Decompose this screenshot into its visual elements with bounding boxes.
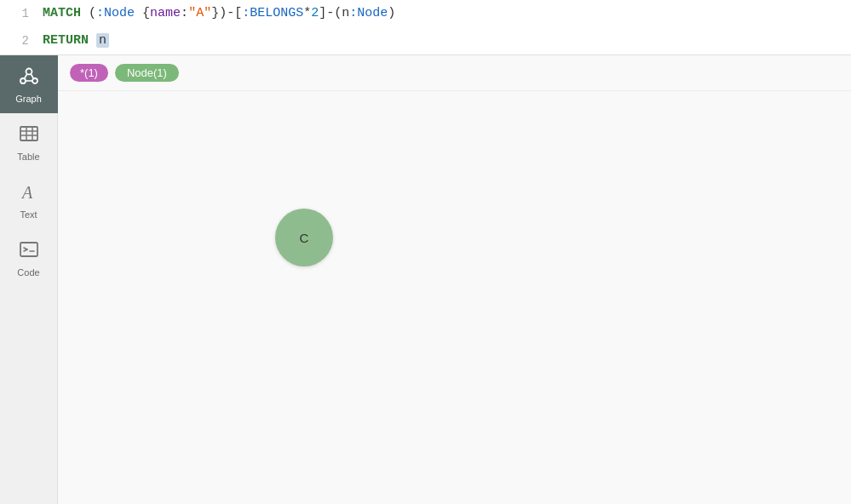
graph-canvas: C — [58, 98, 851, 504]
sidebar-item-code[interactable]: Code — [0, 229, 58, 287]
sidebar-item-text[interactable]: A Text — [0, 171, 58, 229]
code-icon — [18, 238, 40, 264]
svg-point-1 — [20, 78, 26, 83]
svg-point-2 — [32, 78, 37, 83]
sidebar-item-graph[interactable]: Graph — [0, 55, 58, 113]
svg-line-3 — [24, 74, 27, 79]
node-label: C — [300, 231, 309, 245]
line-number-1: 1 — [0, 4, 43, 23]
code-line-1: 1 MATCH (:Node {name:"A"})-[:BELONGS*2]-… — [0, 0, 851, 27]
code-line-2: 2 RETURN n — [0, 27, 851, 54]
content-area: *(1) Node(1) C — [58, 55, 851, 504]
svg-line-14 — [24, 249, 27, 251]
sidebar: Graph Table A Text — [0, 55, 58, 504]
svg-text:A: A — [20, 183, 33, 202]
sidebar-item-text-label: Text — [20, 209, 37, 220]
sidebar-item-graph-label: Graph — [15, 94, 42, 104]
graph-icon — [18, 65, 40, 90]
code-content-1: MATCH (:Node {name:"A"})-[:BELONGS*2]-(n… — [43, 3, 395, 24]
code-editor[interactable]: 1 MATCH (:Node {name:"A"})-[:BELONGS*2]-… — [0, 0, 851, 55]
svg-line-4 — [31, 74, 34, 79]
text-icon: A — [18, 180, 40, 206]
svg-rect-12 — [20, 243, 37, 256]
graph-node-c[interactable]: C — [275, 209, 333, 266]
sidebar-item-table-label: Table — [17, 152, 39, 162]
table-icon — [18, 123, 40, 148]
code-content-2: RETURN n — [43, 31, 109, 51]
main-area: Graph Table A Text — [0, 55, 851, 504]
svg-rect-6 — [20, 127, 37, 140]
sidebar-item-code-label: Code — [17, 267, 39, 278]
node-badge[interactable]: Node(1) — [115, 64, 179, 82]
filter-bar: *(1) Node(1) — [58, 55, 851, 91]
star-badge[interactable]: *(1) — [70, 64, 108, 82]
line-number-2: 2 — [0, 32, 43, 50]
sidebar-item-table[interactable]: Table — [0, 113, 58, 171]
